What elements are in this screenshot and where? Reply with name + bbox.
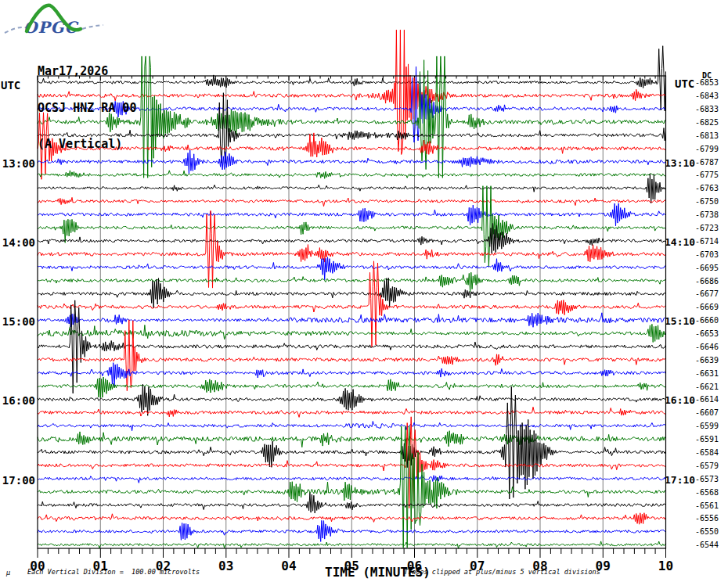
header-block: Mar17,2026 OCSJ HNZ RA 00 (A Vertical): [38, 41, 136, 175]
x-tick-label: 10: [656, 559, 676, 573]
dc-value: -6799: [695, 145, 719, 153]
dc-value: -6677: [695, 289, 719, 298]
dc-value: -6621: [695, 383, 719, 391]
dc-value: -6669: [695, 303, 719, 311]
left-time-label: 15:00: [0, 315, 35, 328]
dc-value: -6750: [695, 197, 719, 206]
utc-label-right: UTC: [675, 77, 694, 90]
dc-value: -6763: [695, 184, 719, 192]
dc-value: -6584: [695, 448, 719, 457]
dc-value: -6703: [695, 250, 719, 259]
dc-value: -6568: [695, 488, 719, 497]
helicorder-page: OPGC Mar17,2026 OCSJ HNZ RA 00 (A Vertic…: [0, 0, 728, 582]
clip-note: Traces clipped at plus/minus 5 vertical …: [404, 568, 600, 576]
dc-value: -6579: [695, 462, 719, 470]
dc-value: -6775: [695, 171, 719, 179]
dc-value: -6853: [695, 78, 719, 87]
dc-value: -6825: [695, 118, 719, 127]
dc-value: -6550: [695, 527, 719, 536]
dc-value: -6599: [695, 422, 719, 430]
dc-value: -6843: [695, 92, 719, 100]
right-time-label: 17:10: [665, 474, 695, 486]
header-date: Mar17,2026: [38, 66, 136, 78]
x-tick-label: 03: [216, 559, 236, 573]
scale-note: Each Vertical Division = 100.00 microvol…: [27, 568, 200, 576]
dc-value: -6591: [695, 435, 719, 444]
dc-value: -6714: [695, 237, 719, 246]
dc-value: -6556: [695, 514, 719, 523]
dc-value: -6723: [695, 224, 719, 232]
dc-value: -6660: [695, 316, 719, 325]
dc-value: -6561: [695, 501, 719, 510]
opgc-logo: OPGC: [3, 2, 106, 41]
utc-label-left: UTC: [1, 79, 20, 92]
stray-glyph: µ: [6, 569, 10, 577]
dc-value: -6631: [695, 369, 719, 378]
left-time-label: 14:00: [0, 236, 35, 249]
dc-value: -6614: [695, 395, 719, 404]
dc-value: -6607: [695, 408, 719, 417]
dc-value: -6695: [695, 264, 719, 272]
header-station: OCSJ HNZ RA 00: [38, 102, 136, 115]
right-time-label: 14:10: [665, 236, 695, 248]
header-component: (A Vertical): [38, 138, 136, 151]
right-time-label: 13:10: [665, 157, 695, 169]
dc-value: -6639: [695, 356, 719, 365]
dc-value: -6573: [695, 475, 719, 483]
left-time-label: 16:00: [0, 394, 35, 407]
logo-dash-right: [82, 25, 103, 29]
right-time-label: 15:10: [665, 315, 695, 327]
dc-value: -6653: [695, 329, 719, 338]
right-time-label: 16:10: [665, 394, 695, 406]
dc-value: -6544: [695, 541, 719, 549]
left-time-label: 13:00: [0, 157, 35, 170]
dc-value: -6686: [695, 277, 719, 286]
dc-value: -6833: [695, 105, 719, 113]
left-time-label: 17:00: [0, 474, 35, 487]
dc-value: -6738: [695, 210, 719, 219]
dc-value: -6813: [695, 131, 719, 140]
dc-value: -6787: [695, 158, 719, 167]
x-tick-label: 04: [279, 559, 299, 573]
dc-value: -6646: [695, 343, 719, 351]
